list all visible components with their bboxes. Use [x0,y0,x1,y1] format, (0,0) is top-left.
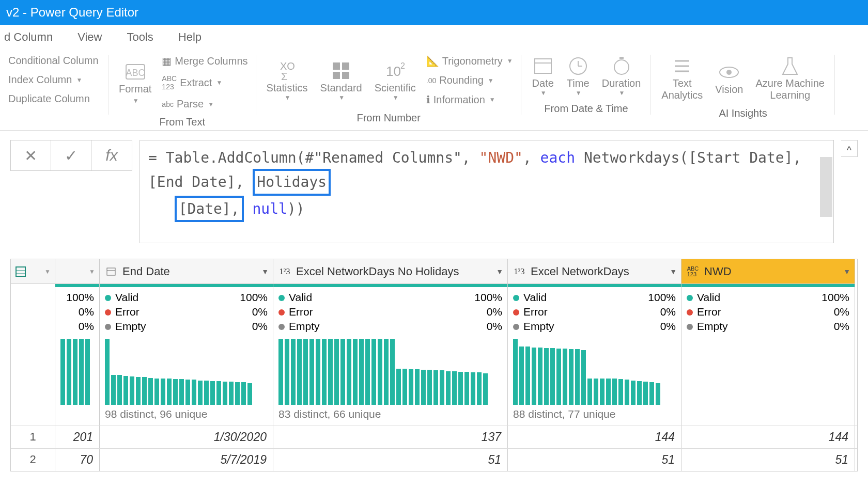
tab-tools[interactable]: Tools [114,30,165,44]
column-header-nwd[interactable]: ABC123 NWD▼ [681,259,855,284]
title-text: v2 - Power Query Editor [6,5,138,20]
svg-text:10: 10 [386,64,401,79]
any-type-icon: ABC123 [686,264,700,279]
title-bar: v2 - Power Query Editor [0,0,868,25]
scientific-icon: 102 [384,59,407,82]
merge-icon: ▦ [162,55,172,67]
row-number-filter[interactable]: ▼ [55,259,100,284]
distinct-1: 83 distinct, 66 unique [273,406,508,426]
collapse-formula-button[interactable]: ^ [841,140,858,157]
group-ai-insights: AI Insights [656,103,830,119]
flask-icon [779,55,801,77]
standard-icon [330,59,352,82]
svg-rect-6 [333,72,340,79]
info-icon: ℹ [426,93,430,106]
group-from-datetime: From Date & Time [526,99,646,115]
svg-rect-4 [333,62,340,70]
rounding-button[interactable]: .00Rounding▼ [423,72,516,88]
table-row[interactable]: 2 70 5/7/2019 51 51 51 [11,448,857,471]
highlight-holidays: Holidays [253,169,331,195]
svg-rect-10 [535,59,551,73]
column-header-networkdays-no-holidays[interactable]: 1²3 Excel NetworkDays No Holidays▼ [273,259,508,284]
ribbon: Conditional Column Index Column▼ Duplica… [0,50,868,131]
svg-text:2: 2 [400,61,405,70]
highlight-date: [Date], [175,196,244,222]
group-from-text: From Text [114,112,251,128]
group-label [5,107,103,123]
svg-rect-22 [16,267,25,276]
date-icon [532,55,554,77]
number-type-icon: 1²3 [512,264,526,279]
text-analytics-button[interactable]: Text Analytics [656,53,708,103]
trig-icon: 📐 [426,55,439,67]
formula-input[interactable]: = Table.AddColumn(#"Renamed Columns", "N… [140,140,834,243]
table-menu[interactable]: ▼ [11,259,55,284]
duration-icon [610,55,633,77]
tab-help[interactable]: Help [166,30,214,44]
quality-col-1: Valid100% Error0% Empty0% [273,287,508,337]
standard-button[interactable]: Standard▼ [315,57,367,103]
svg-rect-25 [107,268,115,275]
number-type-icon: 1²3 [277,264,292,279]
date-type-icon [104,264,118,279]
menu-bar: d Column View Tools Help [0,25,868,50]
svg-text:Σ: Σ [281,71,287,82]
parse-button[interactable]: abcParse▼ [159,96,251,112]
date-button[interactable]: Date▼ [526,53,560,99]
extract-button[interactable]: ABC123Extract▼ [159,72,251,93]
data-grid: ▼ ▼ End Date▼ 1²3 Excel NetworkDays No H… [10,259,858,471]
tab-add-column[interactable]: d Column [0,30,65,44]
commit-button[interactable]: ✓ [51,140,91,170]
table-row[interactable]: 1 201 1/30/2020 137 144 144 [11,426,857,448]
quality-col-2: Valid100% Error0% Empty0% [508,287,681,337]
column-header-networkdays[interactable]: 1²3 Excel NetworkDays▼ [508,259,681,284]
text-analytics-icon [671,55,693,77]
index-column-button[interactable]: Index Column▼ [5,72,103,88]
svg-text:XΟ: XΟ [280,60,295,72]
statistics-icon: XΟΣ [276,59,299,82]
distinct-0: 98 distinct, 96 unique [100,406,273,426]
rounding-icon: .00 [426,76,436,85]
quality-col-0: Valid100% Error0% Empty0% [100,287,273,337]
svg-point-15 [614,60,629,74]
extract-icon: ABC123 [162,74,177,91]
formula-bar: ✕ ✓ fx = Table.AddColumn(#"Renamed Colum… [0,131,868,259]
conditional-column-button[interactable]: Conditional Column [5,53,103,69]
vision-icon [718,61,740,84]
svg-rect-7 [342,72,349,79]
merge-columns-button[interactable]: ▦Merge Columns [159,53,251,69]
svg-rect-5 [342,62,349,70]
distinct-3 [681,406,855,426]
time-button[interactable]: Time▼ [562,53,595,99]
cancel-button[interactable]: ✕ [11,140,51,170]
azure-ml-button[interactable]: Azure Machine Learning [750,53,829,103]
svg-point-21 [726,70,732,75]
fx-button[interactable]: fx [91,140,132,170]
scientific-button[interactable]: 102Scientific▼ [369,57,421,103]
column-header-end-date[interactable]: End Date▼ [100,259,273,284]
vision-button[interactable]: Vision [710,59,748,98]
duration-button[interactable]: Duration▼ [597,53,646,99]
scrollbar[interactable] [820,157,832,217]
parse-icon: abc [162,100,174,108]
group-from-number: From Number [261,108,516,124]
distinct-2: 88 distinct, 77 unique [508,406,681,426]
time-icon [567,55,590,77]
table-icon [15,266,26,277]
format-button[interactable]: ABC Format▼ [114,58,157,106]
trigonometry-button[interactable]: 📐Trigonometry▼ [423,53,516,69]
tab-view[interactable]: View [65,30,114,44]
quality-col-3: Valid100% Error0% Empty0% [681,287,855,337]
svg-rect-16 [619,57,624,59]
duplicate-column-button[interactable]: Duplicate Column [5,91,103,107]
svg-text:ABC: ABC [126,68,145,78]
quality-numcol: 100% 0% 0% [55,287,100,337]
statistics-button[interactable]: XΟΣStatistics▼ [261,57,313,103]
format-icon: ABC [124,60,147,83]
information-button[interactable]: ℹInformation▼ [423,91,516,108]
